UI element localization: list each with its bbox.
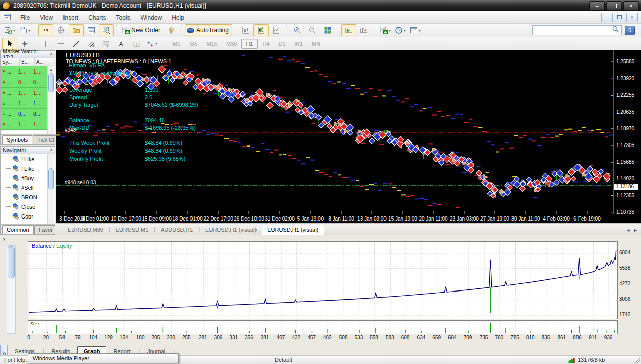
- timeframe-w1-button[interactable]: W1: [290, 39, 308, 49]
- tester-scrollbar-thumb[interactable]: [8, 246, 15, 278]
- toolbar-zoom-in-button[interactable]: [290, 24, 305, 36]
- toolbar-navigator-button[interactable]: [69, 24, 84, 36]
- toolbar-terminal-button[interactable]: [84, 24, 99, 36]
- notification-badge[interactable]: 5: [625, 26, 635, 35]
- toolbar-step-over-button[interactable]: [356, 24, 371, 36]
- minimize-button[interactable]: –: [589, 1, 605, 10]
- market-watch-header[interactable]: Market Watch: 17:3 ×: [1, 51, 55, 58]
- navigator-scrollbar[interactable]: [47, 154, 54, 225]
- toolbar-indicators-button[interactable]: ▾: [377, 24, 393, 36]
- toolbar-market-watch-button[interactable]: [38, 24, 53, 36]
- menu-file[interactable]: File: [15, 12, 35, 23]
- toolbar-profiles-button[interactable]: ▾: [17, 24, 32, 36]
- column-header-0[interactable]: Sy...: [1, 58, 20, 66]
- toolbar-data-window-button[interactable]: [53, 24, 69, 36]
- status-profile[interactable]: Default: [275, 357, 292, 363]
- tester-close-icon[interactable]: ×: [3, 237, 6, 242]
- market-watch-row[interactable]: ▲...0....0....: [1, 109, 49, 119]
- market-watch-row[interactable]: ▼...1....1....: [1, 119, 49, 130]
- toolbar-trendline-button[interactable]: [69, 38, 84, 50]
- toolbar-periods-button[interactable]: ▾: [393, 24, 408, 36]
- search-icon[interactable]: [612, 25, 620, 35]
- navigator-item[interactable]: Cobr: [1, 211, 48, 221]
- tabs-scroll-right-icon[interactable]: ►: [633, 228, 638, 233]
- timeframe-m5-button[interactable]: M5: [185, 39, 202, 49]
- tester-scrollbar[interactable]: [7, 245, 16, 334]
- scroll-up-icon[interactable]: ▲: [48, 66, 54, 72]
- navigator-item[interactable]: ! Like: [1, 164, 48, 173]
- tester-graph-box[interactable]: Balance / Equity: [28, 241, 618, 319]
- toolbar-chart-bars-button[interactable]: [238, 24, 253, 36]
- chart-tab-1[interactable]: EURUSD,M1: [111, 225, 154, 235]
- toolbar-strategy-tester-button[interactable]: [99, 24, 114, 36]
- navigator-item[interactable]: #Sell: [1, 183, 48, 192]
- toolbar-new-order-button[interactable]: New Order: [120, 24, 164, 36]
- toolbar-templates-button[interactable]: ▾: [408, 24, 423, 36]
- navigator-tab-0[interactable]: Common: [2, 225, 34, 234]
- chart-tab-2[interactable]: AUDUSD,H1: [156, 225, 198, 235]
- search-input[interactable]: [532, 25, 622, 35]
- toolbar-chart-candles-button[interactable]: [253, 24, 269, 36]
- toolbar-text-button[interactable]: A: [114, 38, 129, 50]
- time-axis[interactable]: 3 Dec 20148 Dec 01:0010 Dec 17:0015 Dec …: [56, 214, 638, 224]
- market-watch-row[interactable]: ▼...0....0....: [1, 77, 49, 88]
- timeframe-m30-button[interactable]: M30: [222, 39, 241, 49]
- toolbar-step-forward-button[interactable]: [341, 24, 356, 36]
- menu-help[interactable]: Help: [167, 12, 189, 23]
- maximize-button[interactable]: [606, 1, 622, 10]
- menu-charts[interactable]: Charts: [83, 12, 111, 23]
- toolbar-metaeditor-button[interactable]: [164, 24, 179, 36]
- navigator-scroll-thumb[interactable]: [48, 168, 54, 189]
- menu-insert[interactable]: Insert: [58, 12, 83, 23]
- menu-tools[interactable]: Tools: [111, 12, 136, 23]
- menu-window[interactable]: Window: [136, 12, 167, 23]
- tabs-scroll-left-icon[interactable]: ◄: [626, 228, 630, 233]
- chart-tab-0[interactable]: EURUSD,M30: [62, 225, 108, 235]
- market-watch-row[interactable]: ▼...1....1....: [1, 88, 49, 98]
- market-watch-row[interactable]: ▲...1...1...: [1, 98, 49, 109]
- close-button[interactable]: ×: [623, 1, 639, 10]
- navigator-item[interactable]: Close: [1, 202, 48, 211]
- timeframe-m1-button[interactable]: M1: [168, 39, 185, 49]
- chart-tab-3[interactable]: EURUSD,H1 (visual): [200, 225, 262, 235]
- chart-plot-area[interactable]: EURUSD,H1 TO NEWS : 0 | AFTERNEWS : 0 | …: [56, 50, 613, 214]
- market-watch-scroll-thumb[interactable]: [48, 73, 54, 92]
- navigator-tab-1[interactable]: Favor: [34, 225, 57, 234]
- mdi-close-button[interactable]: ×: [626, 13, 638, 22]
- toolbar-crosshair-button[interactable]: [17, 38, 32, 50]
- navigator-header[interactable]: Navigator ×: [1, 147, 55, 154]
- market-watch-tab-1[interactable]: Tick Cl: [33, 135, 58, 144]
- timeframe-d1-button[interactable]: D1: [274, 39, 290, 49]
- resize-grip[interactable]: [634, 357, 640, 363]
- chart-tab-4[interactable]: EURUSD,H1 (visual): [262, 225, 324, 235]
- market-watch-scrollbar[interactable]: ▲▼: [47, 66, 54, 142]
- market-watch-tab-0[interactable]: Symbols: [2, 135, 32, 144]
- mdi-restore-button[interactable]: [614, 13, 625, 22]
- toolbar-autotrading-button[interactable]: AutoTrading: [185, 24, 232, 36]
- toolbar-chart-line-button[interactable]: [269, 24, 284, 36]
- toolbar-shapes-button[interactable]: ▾: [144, 38, 159, 50]
- toolbar-tile-windows-button[interactable]: [320, 24, 335, 36]
- toolbar-zoom-out-button[interactable]: [305, 24, 320, 36]
- toolbar-cursor-button[interactable]: [2, 38, 17, 50]
- price-axis[interactable]: 1.255851.239201.222551.206351.189701.173…: [613, 50, 638, 214]
- timeframe-h4-button[interactable]: H4: [258, 39, 274, 49]
- toolbar-text-label-button[interactable]: T: [129, 38, 144, 50]
- toolbar-channel-button[interactable]: E: [84, 38, 99, 50]
- toolbar-hline-button[interactable]: [53, 38, 69, 50]
- navigator-item[interactable]: BRON: [1, 192, 48, 202]
- timeframe-h1-button[interactable]: H1: [241, 39, 258, 49]
- market-watch-row[interactable]: ▼...1....1....: [1, 66, 49, 77]
- toolbar-fibonacci-button[interactable]: F: [99, 38, 114, 50]
- timeframe-mn-button[interactable]: MN: [307, 39, 325, 49]
- timeframe-m15-button[interactable]: M15: [202, 39, 222, 49]
- toolbar-vline-button[interactable]: [38, 38, 53, 50]
- navigator-item[interactable]: #Buy: [1, 173, 48, 183]
- menu-view[interactable]: View: [35, 12, 58, 23]
- column-header-1[interactable]: B...: [20, 58, 35, 66]
- navigator-item[interactable]: ! Like: [1, 154, 48, 164]
- column-header-2[interactable]: A...: [35, 58, 49, 66]
- toolbar-new-chart-button[interactable]: ▾: [2, 24, 17, 36]
- navigator-close-icon[interactable]: ×: [50, 148, 53, 153]
- mdi-minimize-button[interactable]: –: [601, 13, 613, 22]
